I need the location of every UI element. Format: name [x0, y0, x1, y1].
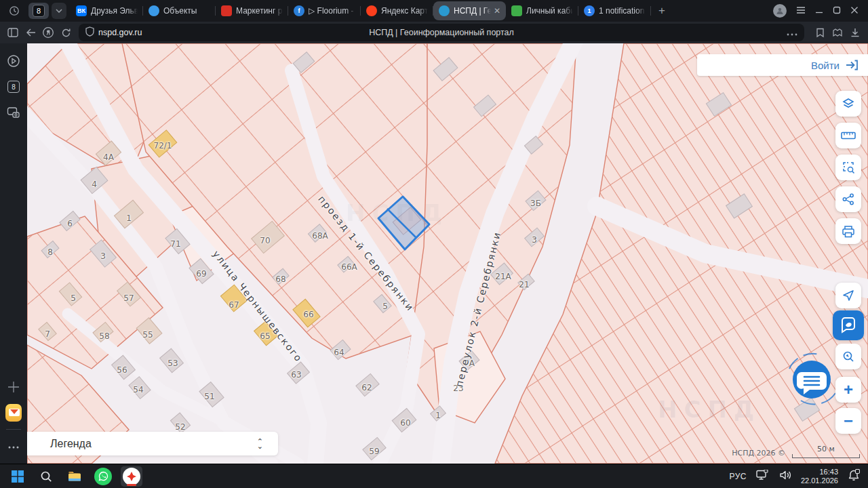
yandex-mail-icon[interactable]	[5, 405, 22, 421]
url-text: nspd.gov.ru	[98, 28, 142, 37]
notifications-bell-icon[interactable]	[848, 469, 860, 484]
tab-objects[interactable]: Объекты	[143, 1, 216, 20]
tab-account[interactable]: Личный кабине	[506, 1, 578, 20]
my-location-button[interactable]	[835, 283, 861, 308]
parcel-label: 8	[47, 247, 53, 257]
tab-notification[interactable]: 11 notification	[578, 1, 651, 20]
tab-marketing[interactable]: Маркетинг рие	[216, 1, 288, 20]
address-bar: nspd.gov.ru НСПД | Геоинформационный пор…	[0, 22, 868, 43]
new-tab-button[interactable]: +	[654, 3, 670, 19]
nspd-favicon	[439, 5, 450, 16]
parcel-label: 66А	[341, 262, 357, 272]
scale-area: НСПД 2026 © 50 м	[732, 445, 860, 458]
tab-label: Маркетинг рие	[236, 6, 283, 16]
cadastral-map[interactable]: НСПД НСПД 4А72/14618371706968А6866А56667…	[27, 43, 868, 464]
notification-favicon: 1	[584, 5, 595, 16]
nspd-assistant-button[interactable]	[833, 310, 864, 340]
map-attribution: НСПД 2026 ©	[732, 449, 785, 458]
parcel-label: 3	[532, 235, 537, 245]
layers-button[interactable]	[835, 91, 861, 117]
parcel-label: 4А	[103, 152, 114, 162]
parcel-label: 56	[117, 365, 127, 375]
parcel-label: 51	[204, 392, 214, 401]
parcel-label: 69	[196, 269, 206, 279]
yandex-browser-icon[interactable]	[121, 466, 142, 487]
login-label[interactable]: Войти	[811, 60, 840, 71]
tab-label: Личный кабине	[526, 6, 573, 16]
parcel-label: 6	[67, 219, 73, 228]
taskbar-search-icon[interactable]	[35, 466, 57, 487]
back-button[interactable]	[22, 24, 39, 41]
parcel-label: 5	[71, 293, 76, 303]
tab-maps-pin[interactable]: Яндекс Карты	[361, 1, 433, 20]
area-search-button[interactable]	[835, 155, 861, 180]
maps-pin-favicon	[366, 5, 377, 16]
zoom-in-button[interactable]: +	[835, 377, 861, 403]
history-icon[interactable]	[5, 2, 23, 20]
start-button[interactable]	[7, 466, 28, 487]
file-explorer-icon[interactable]	[64, 466, 85, 487]
zoom-out-button[interactable]: −	[835, 408, 861, 434]
url-field[interactable]: nspd.gov.ru НСПД | Геоинформационный пор…	[79, 24, 804, 41]
screenshot-icon[interactable]	[5, 104, 22, 121]
network-icon[interactable]	[756, 470, 770, 483]
parcel-label: 60	[400, 418, 410, 428]
tab-vk[interactable]: ВКДрузья Эльвин	[71, 1, 143, 20]
tab-close-icon[interactable]: ✕	[494, 6, 500, 16]
login-bar[interactable]: Войти	[697, 54, 868, 76]
account-favicon	[511, 5, 522, 16]
taskbar-tray: РУС 16:43 22.01.2026	[729, 468, 868, 485]
downloads-icon[interactable]	[846, 24, 864, 41]
parcel-label: 68А	[312, 231, 328, 241]
parcel-label: 57	[123, 293, 134, 303]
close-window-button[interactable]	[850, 5, 859, 17]
parcel-label: 64	[334, 348, 344, 357]
parcel-label: 7	[45, 329, 50, 339]
volume-icon[interactable]	[779, 470, 791, 483]
video-player-icon[interactable]	[5, 53, 22, 69]
restore-button[interactable]	[833, 5, 841, 17]
tab-nspd[interactable]: НСПД | Геои✕	[433, 1, 506, 20]
collections-icon[interactable]	[829, 24, 846, 41]
parcel-label: 62	[361, 383, 372, 392]
parcel-label: 3Б	[530, 199, 541, 208]
time: 16:43	[801, 468, 838, 476]
tab-group-chip[interactable]: 8	[28, 3, 49, 19]
parcel-label: 1	[435, 411, 441, 420]
legend-panel[interactable]: Легенда ⌃⌄	[27, 432, 278, 455]
desktop: 8 ВКДрузья ЭльвинОбъектыМаркетинг риеf▷ …	[0, 0, 868, 488]
parcel-label: 4	[92, 180, 97, 189]
browser-sidebar: 8	[0, 43, 27, 464]
more-actions-icon[interactable]	[787, 26, 797, 39]
tab-strip: ВКДрузья ЭльвинОбъектыМаркетинг риеf▷ Fl…	[71, 0, 651, 22]
parcel-label: 5	[382, 302, 388, 311]
chevron-down-icon[interactable]	[52, 3, 66, 19]
language-indicator[interactable]: РУС	[729, 472, 747, 481]
whatsapp-icon[interactable]	[92, 466, 114, 487]
tab-floorium[interactable]: f▷ Floorium - Ви	[288, 1, 361, 20]
taskbar-clock[interactable]: 16:43 22.01.2026	[801, 468, 838, 485]
add-panel-icon[interactable]	[5, 379, 22, 395]
reload-button[interactable]	[57, 24, 75, 41]
sidebar-more-icon[interactable]	[5, 439, 22, 455]
site-security-icon[interactable]	[85, 26, 94, 39]
legend-expander-icon[interactable]: ⌃⌄	[257, 439, 263, 449]
minimize-button[interactable]	[815, 5, 823, 17]
sidebar-divider	[6, 429, 21, 430]
parcel-label: 55	[142, 330, 153, 340]
parcel-label: 67	[229, 300, 239, 310]
share-button[interactable]	[835, 186, 861, 212]
parcel-label: 54	[133, 385, 143, 394]
ruler-button[interactable]	[835, 123, 861, 148]
menu-icon[interactable]	[796, 5, 806, 17]
profile-avatar[interactable]	[773, 4, 787, 18]
parcel-label: 71	[170, 239, 180, 249]
side-panel-icon[interactable]	[4, 24, 22, 41]
parcel-label: 68	[275, 274, 285, 284]
tabs-count-icon[interactable]: 8	[5, 79, 22, 95]
objects-favicon	[149, 5, 159, 16]
yandex-services-icon[interactable]	[39, 24, 57, 41]
bookmark-icon[interactable]	[811, 24, 829, 41]
print-button[interactable]	[835, 218, 861, 244]
object-search-button[interactable]	[835, 344, 861, 369]
